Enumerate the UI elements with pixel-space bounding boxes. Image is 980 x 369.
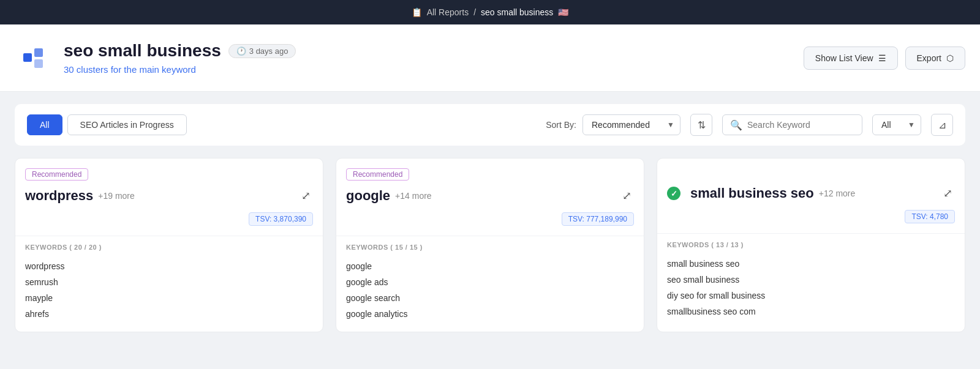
svg-rect-1 — [23, 53, 32, 62]
keyword-item: google search — [346, 290, 634, 306]
svg-rect-3 — [34, 59, 43, 68]
keyword-item: diy seo for small business — [667, 288, 955, 304]
keyword-item: semrush — [25, 274, 313, 290]
keywords-header: KEYWORDS ( 20 / 20 ) — [25, 244, 313, 251]
tsv-badge: TSV: 777,189,990 — [562, 212, 634, 226]
export-icon: ⬡ — [946, 53, 954, 63]
tsv-badge: TSV: 4,780 — [905, 210, 955, 223]
filter-bar: All SEO Articles in Progress Sort By: Re… — [15, 104, 965, 146]
clusters-subtitle: 30 clusters for the main keyword — [64, 64, 804, 75]
export-button[interactable]: Export ⬡ — [905, 47, 965, 70]
topbar: 📋 All Reports / seo small business 🇺🇸 — [0, 0, 980, 24]
time-ago-text: 3 days ago — [249, 47, 288, 56]
keyword-item: smallbusiness seo com — [667, 304, 955, 319]
card-title: google +14 more — [346, 188, 432, 204]
tsv-badge: TSV: 3,870,390 — [249, 212, 313, 226]
more-count: +12 more — [819, 188, 856, 198]
sort-label: Sort By: — [546, 120, 576, 130]
all-reports-link[interactable]: All Reports — [427, 7, 469, 17]
keywords-section: KEYWORDS ( 20 / 20 ) wordpresssemrushmay… — [15, 244, 323, 332]
card-title: ✓small business seo +12 more — [667, 185, 855, 201]
sort-order-button[interactable]: ⇅ — [690, 114, 712, 136]
card-title-row: ✓small business seo +12 more ⤢ — [667, 184, 955, 203]
card-title-row: wordpress +19 more ⤢ — [25, 187, 313, 205]
breadcrumb-separator: / — [473, 7, 476, 17]
tab-seo-articles[interactable]: SEO Articles in Progress — [67, 114, 187, 135]
card-title-row: google +14 more ⤢ — [346, 187, 634, 205]
card-header: ✓small business seo +12 more ⤢ TSV: 4,78… — [657, 158, 965, 203]
cluster-card: Recommended wordpress +19 more ⤢ TSV: 3,… — [15, 158, 323, 332]
keywords-header: KEYWORDS ( 15 / 15 ) — [346, 244, 634, 251]
header-actions: Show List View ☰ Export ⬡ — [804, 47, 965, 70]
expand-button[interactable]: ⤢ — [299, 187, 313, 205]
page-title-text: seo small business — [64, 41, 221, 61]
tab-all[interactable]: All — [27, 114, 62, 135]
card-divider — [657, 233, 965, 234]
keyword-item: ahrefs — [25, 306, 313, 322]
expand-button[interactable]: ⤢ — [620, 187, 634, 205]
search-icon: 🔍 — [730, 119, 742, 131]
export-label: Export — [917, 53, 941, 63]
keyword-item: seo small business — [667, 272, 955, 288]
keywords-section: KEYWORDS ( 15 / 15 ) googlegoogle adsgoo… — [336, 244, 644, 332]
sort-select[interactable]: Recommended By Volume Alphabetical — [582, 114, 680, 135]
search-keyword-input[interactable] — [747, 115, 854, 135]
keyword-item: google analytics — [346, 306, 634, 322]
filter-funnel-icon: ⊿ — [938, 119, 946, 131]
svg-rect-2 — [34, 48, 43, 57]
logo — [15, 40, 51, 76]
report-name: seo small business — [481, 7, 553, 17]
keywords-section: KEYWORDS ( 13 / 13 ) small business seos… — [657, 241, 965, 329]
cards-grid: Recommended wordpress +19 more ⤢ TSV: 3,… — [15, 158, 965, 332]
page-title-row: seo small business 🕐 3 days ago — [64, 41, 804, 61]
cluster-card: Recommended google +14 more ⤢ TSV: 777,1… — [336, 158, 644, 332]
all-filter-select[interactable]: All — [872, 114, 921, 135]
card-title: wordpress +19 more — [25, 188, 135, 204]
card-header: Recommended wordpress +19 more ⤢ TSV: 3,… — [15, 158, 323, 205]
keywords-header: KEYWORDS ( 13 / 13 ) — [667, 241, 955, 248]
search-input-wrap: 🔍 — [722, 114, 862, 135]
list-view-label: Show List View — [815, 53, 873, 63]
clipboard-icon: 📋 — [412, 7, 422, 17]
time-badge: 🕐 3 days ago — [228, 44, 296, 58]
keyword-item: google ads — [346, 274, 634, 290]
header-text: seo small business 🕐 3 days ago 30 clust… — [64, 41, 804, 75]
keyword-item: wordpress — [25, 258, 313, 274]
advanced-filter-button[interactable]: ⊿ — [931, 114, 953, 136]
keyword-item: small business seo — [667, 256, 955, 272]
all-filter-wrapper: All ▼ — [872, 114, 921, 135]
clock-icon: 🕐 — [236, 47, 246, 56]
card-divider — [336, 236, 644, 236]
sort-control: Sort By: Recommended By Volume Alphabeti… — [546, 114, 680, 135]
card-divider — [15, 236, 323, 236]
show-list-view-button[interactable]: Show List View ☰ — [804, 47, 898, 70]
filter-tabs: All SEO Articles in Progress — [27, 114, 187, 135]
list-icon: ☰ — [878, 53, 886, 63]
recommended-badge: Recommended — [346, 168, 409, 181]
main-content: All SEO Articles in Progress Sort By: Re… — [0, 92, 980, 345]
more-count: +19 more — [98, 191, 135, 201]
recommended-badge: Recommended — [25, 168, 88, 181]
keyword-item: mayple — [25, 290, 313, 306]
sort-order-icon: ⇅ — [698, 119, 706, 131]
card-header: Recommended google +14 more ⤢ TSV: 777,1… — [336, 158, 644, 205]
flag-icon: 🇺🇸 — [558, 7, 568, 17]
expand-button[interactable]: ⤢ — [941, 184, 955, 203]
cluster-card: ✓small business seo +12 more ⤢ TSV: 4,78… — [657, 158, 965, 332]
keyword-item: google — [346, 258, 634, 274]
page-header: seo small business 🕐 3 days ago 30 clust… — [0, 24, 980, 92]
sort-select-wrapper: Recommended By Volume Alphabetical ▼ — [582, 114, 680, 135]
verified-icon: ✓ — [667, 187, 680, 200]
more-count: +14 more — [395, 191, 432, 201]
